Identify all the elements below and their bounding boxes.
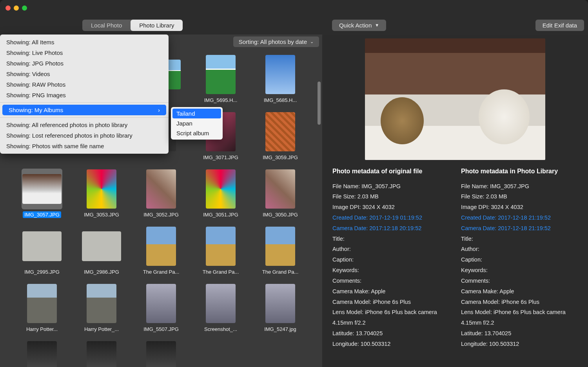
thumbnail-cell[interactable] — [135, 340, 187, 367]
thumbnail-label: IMG_3071.JPG — [201, 154, 240, 161]
thumbnail-cell[interactable]: Screenshot_... — [194, 283, 247, 332]
thumbnail-cell[interactable]: IMG_3053.JPG — [75, 169, 128, 218]
metadata-row: Lens Model: iPhone 6s Plus back camera 4… — [332, 307, 449, 328]
thumbnail-cell[interactable] — [16, 340, 68, 367]
menu-item[interactable]: Showing: Lost referenced photos in photo… — [0, 130, 169, 141]
thumbnail-cell[interactable] — [75, 340, 128, 367]
thumbnail-cell[interactable]: IMG_3057.JPG — [16, 169, 68, 218]
thumbnail-image — [22, 226, 62, 267]
metadata-row: Caption: — [332, 254, 449, 265]
metadata-row: Longitude: 100.503312 — [332, 339, 449, 349]
thumbnail-image — [22, 283, 62, 324]
metadata-row: Camera Date: 2017:12:18 20:19:52 — [332, 223, 449, 234]
metadata-original-title: Photo metadata of original file — [332, 165, 449, 177]
albums-submenu: TailandJapanScript album — [171, 107, 223, 140]
thumbnail-label: IMG_5507.JPG — [142, 326, 180, 332]
metadata-row: Lens Model: iPhone 6s Plus back camera 4… — [461, 307, 578, 328]
thumbnail-image — [141, 169, 181, 209]
metadata-row: Image DPI: 3024 X 4032 — [461, 202, 578, 213]
minimize-icon[interactable] — [14, 5, 19, 11]
thumbnail-cell[interactable]: Harry Potter... — [16, 283, 68, 332]
metadata-row: Comments: — [332, 276, 449, 286]
menu-item[interactable]: Showing: Videos — [0, 69, 169, 79]
window-controls — [5, 5, 27, 11]
thumbnail-cell[interactable] — [254, 340, 307, 367]
menu-item[interactable]: Showing: JPG Photos — [0, 58, 169, 69]
thumbnail-cell[interactable]: IMG_5247.jpg — [254, 283, 307, 332]
thumbnail-cell[interactable]: IMG_3050.JPG — [254, 169, 307, 218]
thumbnail-label: IMG_3057.JPG — [23, 211, 61, 218]
chevron-down-icon: ⌄ — [310, 39, 314, 44]
metadata-row: Comments: — [461, 276, 578, 286]
quick-action-button[interactable]: Quick Action ▼ — [332, 20, 386, 31]
thumbnail-label: IMG_5247.jpg — [263, 326, 298, 332]
quick-action-label: Quick Action — [339, 22, 372, 29]
thumbnail-image — [200, 340, 241, 367]
metadata-row: Author: — [332, 244, 449, 254]
thumbnail-image — [81, 340, 122, 367]
thumbnail-cell[interactable]: IMG_2995.JPG — [16, 226, 68, 275]
menu-item[interactable]: Showing: Photos with same file name — [0, 141, 169, 151]
thumbnail-cell[interactable]: IMG_5507.JPG — [135, 283, 187, 332]
thumbnail-image — [260, 111, 301, 152]
thumbnail-image — [260, 226, 301, 267]
thumbnail-cell[interactable]: The Grand Pa... — [135, 226, 187, 275]
metadata-row: Author: — [461, 244, 578, 254]
thumbnail-label: IMG_2995.JPG — [23, 269, 61, 275]
menu-item-my-albums[interactable]: Showing: My Albums› — [2, 105, 166, 115]
thumbnail-cell[interactable]: IMG_5685.H... — [254, 54, 307, 104]
thumbnail-image — [81, 169, 122, 209]
thumbnail-label — [160, 154, 163, 155]
submenu-item[interactable]: Japan — [172, 118, 221, 128]
menu-item[interactable]: Showing: Live Photos — [0, 47, 169, 58]
thumbnail-label: IMG_3059.JPG — [261, 154, 299, 161]
menu-item[interactable]: Showing: All Items — [0, 37, 169, 47]
showing-context-menu: Showing: All ItemsShowing: Live PhotosSh… — [0, 35, 169, 154]
submenu-item[interactable]: Script album — [172, 128, 221, 138]
thumbnail-cell[interactable]: The Grand Pa... — [194, 226, 247, 275]
menu-item[interactable]: Showing: All referenced photos in photo … — [0, 120, 169, 130]
metadata-row: Longitude: 100.503312 — [461, 339, 578, 349]
thumbnail-pane: Showing: All Items ⌄ Sorting: All photos… — [0, 35, 322, 367]
menu-item[interactable]: Showing: PNG Images — [0, 90, 169, 100]
menu-item[interactable]: Showing: RAW Photos — [0, 79, 169, 90]
thumbnail-image — [141, 340, 181, 367]
detail-pane: Photo metadata of original file File Nam… — [322, 35, 588, 367]
thumbnail-image — [200, 54, 241, 95]
metadata-row: Camera Model: iPhone 6s Plus — [461, 297, 578, 307]
thumbnail-label: The Grand Pa... — [201, 269, 241, 275]
thumbnail-image — [81, 226, 122, 267]
chevron-right-icon: › — [158, 107, 160, 113]
thumbnail-label: Harry Potter... — [25, 326, 59, 332]
sorting-label: Sorting: All photos by date — [239, 38, 307, 45]
thumbnail-cell[interactable]: IMG_3052.JPG — [135, 169, 187, 218]
thumbnail-label: IMG_3052.JPG — [142, 211, 180, 218]
thumbnail-cell[interactable] — [194, 340, 247, 367]
metadata-row: Created Date: 2017-12-18 21:19:52 — [461, 213, 578, 223]
tab-local-photo[interactable]: Local Photo — [82, 20, 131, 31]
sorting-dropdown[interactable]: Sorting: All photos by date ⌄ — [233, 36, 319, 47]
tab-photo-library[interactable]: Photo Library — [131, 20, 183, 31]
thumbnail-cell[interactable]: IMG_2986.JPG — [75, 226, 128, 275]
thumbnail-cell[interactable]: Harry Potter_... — [75, 283, 128, 332]
thumbnail-cell[interactable]: IMG_3059.JPG — [254, 111, 307, 161]
thumbnail-cell[interactable]: IMG_3051.JPG — [194, 169, 247, 218]
thumbnail-label: Harry Potter_... — [83, 326, 120, 332]
thumbnail-image — [260, 54, 301, 95]
thumbnail-label: Screenshot_... — [203, 326, 239, 332]
metadata-row: Image DPI: 3024 X 4032 — [332, 202, 449, 213]
thumbnail-image — [22, 340, 62, 367]
metadata-row: File Size: 2.03 MB — [461, 191, 578, 202]
thumbnail-cell[interactable]: The Grand Pa... — [254, 226, 307, 275]
thumbnail-image — [81, 283, 122, 324]
close-icon[interactable] — [5, 5, 11, 11]
chevron-down-icon: ▼ — [375, 23, 379, 27]
thumbnail-label: IMG_5685.H... — [262, 97, 299, 104]
thumbnail-label: IMG_3050.JPG — [261, 211, 299, 218]
thumbnail-image — [200, 283, 241, 324]
zoom-icon[interactable] — [22, 5, 27, 11]
thumbnail-cell[interactable]: IMG_5695.H... — [194, 54, 247, 104]
edit-exif-button[interactable]: Edit Exif data — [535, 20, 584, 31]
thumbnail-label: The Grand Pa... — [142, 269, 181, 275]
submenu-item[interactable]: Tailand — [172, 109, 221, 118]
